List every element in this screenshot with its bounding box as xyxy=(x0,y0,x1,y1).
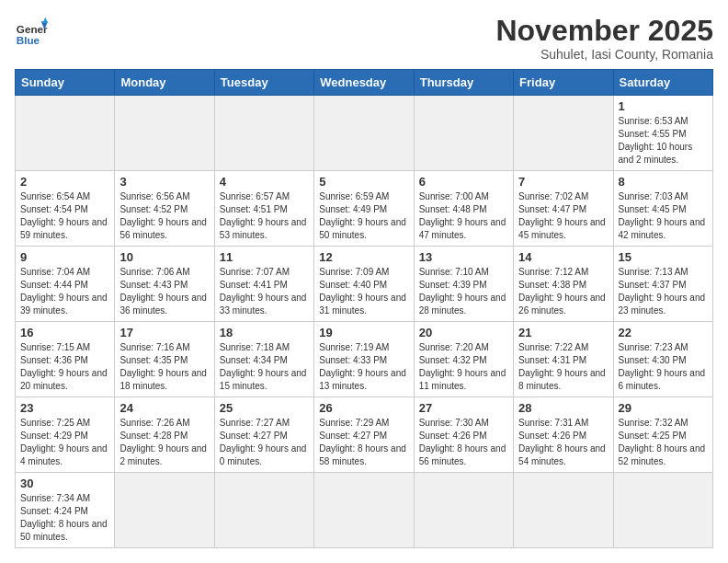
day-info: Sunrise: 7:00 AM Sunset: 4:48 PM Dayligh… xyxy=(419,190,508,242)
table-row xyxy=(514,473,613,548)
day-number: 14 xyxy=(518,250,608,264)
day-info: Sunrise: 7:03 AM Sunset: 4:45 PM Dayligh… xyxy=(619,190,708,242)
header-friday: Friday xyxy=(514,70,613,96)
day-number: 8 xyxy=(619,175,708,189)
day-info: Sunrise: 7:30 AM Sunset: 4:26 PM Dayligh… xyxy=(419,417,508,468)
day-number: 5 xyxy=(319,175,408,189)
day-info: Sunrise: 7:20 AM Sunset: 4:32 PM Dayligh… xyxy=(419,341,508,393)
table-row: 17Sunrise: 7:16 AM Sunset: 4:35 PM Dayli… xyxy=(115,322,214,397)
table-row xyxy=(314,473,414,548)
svg-marker-3 xyxy=(43,17,48,23)
day-info: Sunrise: 6:53 AM Sunset: 4:55 PM Dayligh… xyxy=(619,115,708,167)
day-info: Sunrise: 6:59 AM Sunset: 4:49 PM Dayligh… xyxy=(319,190,408,242)
table-row: 3Sunrise: 6:56 AM Sunset: 4:52 PM Daylig… xyxy=(115,171,214,247)
table-row: 24Sunrise: 7:26 AM Sunset: 4:28 PM Dayli… xyxy=(115,397,214,473)
day-number: 20 xyxy=(419,326,508,339)
day-number: 4 xyxy=(220,175,309,189)
day-info: Sunrise: 7:07 AM Sunset: 4:41 PM Dayligh… xyxy=(220,266,309,317)
day-info: Sunrise: 7:15 AM Sunset: 4:36 PM Dayligh… xyxy=(20,341,109,393)
day-number: 10 xyxy=(119,250,209,264)
day-number: 29 xyxy=(619,401,708,415)
calendar-title: November 2025 xyxy=(495,15,713,47)
day-info: Sunrise: 7:10 AM Sunset: 4:39 PM Dayligh… xyxy=(419,266,508,317)
table-row: 14Sunrise: 7:12 AM Sunset: 4:38 PM Dayli… xyxy=(514,247,613,322)
day-info: Sunrise: 7:16 AM Sunset: 4:35 PM Dayligh… xyxy=(119,341,209,393)
day-number: 18 xyxy=(220,326,309,339)
table-row xyxy=(115,96,214,171)
table-row: 23Sunrise: 7:25 AM Sunset: 4:29 PM Dayli… xyxy=(16,397,115,473)
day-number: 19 xyxy=(319,326,408,339)
day-number: 2 xyxy=(20,175,109,189)
day-number: 25 xyxy=(220,401,309,415)
day-info: Sunrise: 7:04 AM Sunset: 4:44 PM Dayligh… xyxy=(20,266,109,317)
table-row xyxy=(613,473,712,548)
title-area: November 2025 Suhulet, Iasi County, Roma… xyxy=(495,15,713,62)
table-row: 9Sunrise: 7:04 AM Sunset: 4:44 PM Daylig… xyxy=(16,247,115,322)
table-row xyxy=(16,96,115,171)
day-info: Sunrise: 7:22 AM Sunset: 4:31 PM Dayligh… xyxy=(518,341,608,393)
header-saturday: Saturday xyxy=(613,70,712,96)
day-info: Sunrise: 7:02 AM Sunset: 4:47 PM Dayligh… xyxy=(518,190,608,242)
table-row: 30Sunrise: 7:34 AM Sunset: 4:24 PM Dayli… xyxy=(16,473,115,548)
table-row: 22Sunrise: 7:23 AM Sunset: 4:30 PM Dayli… xyxy=(613,322,712,397)
day-number: 16 xyxy=(20,326,109,339)
header-tuesday: Tuesday xyxy=(214,70,313,96)
day-number: 3 xyxy=(119,175,209,189)
day-info: Sunrise: 7:09 AM Sunset: 4:40 PM Dayligh… xyxy=(319,266,408,317)
logo: General Blue xyxy=(15,15,48,48)
day-number: 27 xyxy=(419,401,508,415)
header-thursday: Thursday xyxy=(414,70,513,96)
page-header: General Blue November 2025 Suhulet, Iasi… xyxy=(15,15,713,62)
day-number: 1 xyxy=(619,99,708,113)
table-row xyxy=(214,96,313,171)
table-row: 19Sunrise: 7:19 AM Sunset: 4:33 PM Dayli… xyxy=(314,322,414,397)
table-row xyxy=(314,96,414,171)
day-info: Sunrise: 6:57 AM Sunset: 4:51 PM Dayligh… xyxy=(220,190,309,242)
table-row: 7Sunrise: 7:02 AM Sunset: 4:47 PM Daylig… xyxy=(514,171,613,247)
day-number: 21 xyxy=(518,326,608,339)
table-row: 2Sunrise: 6:54 AM Sunset: 4:54 PM Daylig… xyxy=(16,171,115,247)
day-number: 23 xyxy=(20,401,109,415)
table-row: 15Sunrise: 7:13 AM Sunset: 4:37 PM Dayli… xyxy=(613,247,712,322)
calendar-table: Sunday Monday Tuesday Wednesday Thursday… xyxy=(15,69,713,548)
table-row: 20Sunrise: 7:20 AM Sunset: 4:32 PM Dayli… xyxy=(414,322,513,397)
day-number: 26 xyxy=(319,401,408,415)
day-info: Sunrise: 7:12 AM Sunset: 4:38 PM Dayligh… xyxy=(518,266,608,317)
table-row: 21Sunrise: 7:22 AM Sunset: 4:31 PM Dayli… xyxy=(514,322,613,397)
day-info: Sunrise: 7:19 AM Sunset: 4:33 PM Dayligh… xyxy=(319,341,408,393)
day-info: Sunrise: 7:25 AM Sunset: 4:29 PM Dayligh… xyxy=(20,417,109,468)
table-row: 27Sunrise: 7:30 AM Sunset: 4:26 PM Dayli… xyxy=(414,397,513,473)
calendar-subtitle: Suhulet, Iasi County, Romania xyxy=(495,47,713,62)
day-info: Sunrise: 7:27 AM Sunset: 4:27 PM Dayligh… xyxy=(220,417,309,468)
table-row: 11Sunrise: 7:07 AM Sunset: 4:41 PM Dayli… xyxy=(214,247,313,322)
header-sunday: Sunday xyxy=(16,70,115,96)
day-number: 30 xyxy=(20,477,109,490)
day-number: 22 xyxy=(619,326,708,339)
day-number: 17 xyxy=(119,326,209,339)
day-number: 15 xyxy=(619,250,708,264)
table-row: 12Sunrise: 7:09 AM Sunset: 4:40 PM Dayli… xyxy=(314,247,414,322)
day-number: 13 xyxy=(419,250,508,264)
table-row: 6Sunrise: 7:00 AM Sunset: 4:48 PM Daylig… xyxy=(414,171,513,247)
table-row xyxy=(115,473,214,548)
day-info: Sunrise: 7:34 AM Sunset: 4:24 PM Dayligh… xyxy=(20,492,109,544)
table-row xyxy=(214,473,313,548)
table-row: 4Sunrise: 6:57 AM Sunset: 4:51 PM Daylig… xyxy=(214,171,313,247)
table-row: 10Sunrise: 7:06 AM Sunset: 4:43 PM Dayli… xyxy=(115,247,214,322)
day-info: Sunrise: 7:31 AM Sunset: 4:26 PM Dayligh… xyxy=(518,417,608,468)
day-number: 11 xyxy=(220,250,309,264)
day-info: Sunrise: 7:13 AM Sunset: 4:37 PM Dayligh… xyxy=(619,266,708,317)
day-info: Sunrise: 7:18 AM Sunset: 4:34 PM Dayligh… xyxy=(220,341,309,393)
table-row: 28Sunrise: 7:31 AM Sunset: 4:26 PM Dayli… xyxy=(514,397,613,473)
header-wednesday: Wednesday xyxy=(314,70,414,96)
day-number: 24 xyxy=(119,401,209,415)
table-row: 26Sunrise: 7:29 AM Sunset: 4:27 PM Dayli… xyxy=(314,397,414,473)
table-row: 8Sunrise: 7:03 AM Sunset: 4:45 PM Daylig… xyxy=(613,171,712,247)
day-info: Sunrise: 7:29 AM Sunset: 4:27 PM Dayligh… xyxy=(319,417,408,468)
svg-text:Blue: Blue xyxy=(17,34,40,46)
day-number: 6 xyxy=(419,175,508,189)
day-number: 7 xyxy=(518,175,608,189)
table-row: 18Sunrise: 7:18 AM Sunset: 4:34 PM Dayli… xyxy=(214,322,313,397)
header-monday: Monday xyxy=(115,70,214,96)
table-row xyxy=(414,473,513,548)
